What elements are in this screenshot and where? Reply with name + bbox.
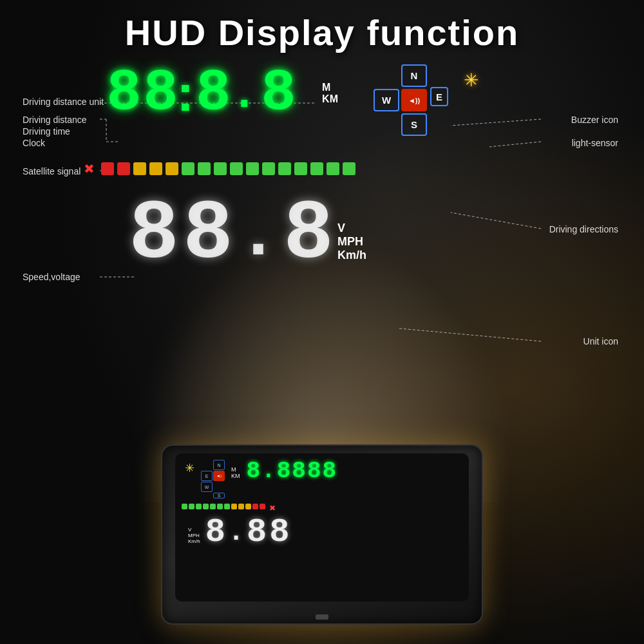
dsb-5: [210, 504, 216, 509]
green-dot: .: [232, 71, 256, 116]
signal-bar-5: [166, 162, 178, 175]
unit-kmh: Km/h: [337, 249, 366, 262]
dcm-n: N: [213, 460, 225, 470]
signal-bar-3: [133, 162, 146, 175]
main-title: HUD Display function: [0, 12, 644, 53]
device-compass-mini: N E ◄) W S: [201, 460, 225, 498]
dg-6: 8: [323, 460, 337, 483]
speed-display: 8 8 . 8 V MPH Km/h: [129, 193, 366, 277]
dcm-e: E: [201, 471, 213, 481]
dsb-1: [182, 504, 187, 509]
unit-m: M: [322, 82, 338, 93]
dcm-empty-1: [201, 460, 213, 470]
signal-bar-7: [198, 162, 211, 175]
signal-bar-10: [246, 162, 259, 175]
green-display: 8 8 : 8 . 8 M KM: [84, 52, 316, 135]
device-speed-unit-v: V MPH Km/h: [188, 527, 200, 544]
dsb-10: [245, 504, 251, 509]
unit-km: KM: [322, 93, 338, 105]
dsb-12: [260, 504, 265, 509]
ds-2: 8: [247, 516, 267, 549]
device-unit-small: M KM: [231, 466, 240, 479]
device-sat-x: ✖: [269, 504, 276, 513]
compass-empty-1: [374, 64, 399, 87]
compass-n: N: [401, 64, 427, 87]
compass-s: S: [401, 113, 427, 136]
label-driving-directions: Driving directions: [549, 224, 618, 234]
dcm-s: S: [213, 493, 225, 498]
compass-w: W: [374, 89, 399, 111]
unit-mph: MPH: [337, 235, 366, 249]
ds-1: 8: [205, 516, 225, 549]
signal-bar-4: [149, 162, 162, 175]
speed-dot: .: [237, 195, 279, 276]
label-light-sensor: light-sensor: [572, 138, 618, 148]
dg-3: 8: [277, 460, 291, 483]
dsu-kmh: Km/h: [188, 538, 200, 544]
green-digit-4: 8: [261, 64, 292, 122]
dg-2: .: [261, 460, 276, 483]
signal-bar-6: [182, 162, 194, 175]
label-driving-distance: Driving distance: [23, 115, 87, 125]
dsb-4: [203, 504, 209, 509]
compass-grid: N W ◄)) S: [374, 64, 438, 136]
dsb-3: [196, 504, 202, 509]
signal-bar-1: [101, 162, 114, 175]
dsb-8: [231, 504, 237, 509]
speed-digit-2: 8: [183, 193, 233, 277]
dsb-2: [189, 504, 194, 509]
signal-bar-15: [327, 162, 339, 175]
label-unit-icon: Unit icon: [583, 336, 618, 346]
dcm-empty-3: [201, 493, 213, 498]
green-colon: :: [177, 64, 194, 123]
dcm-w: W: [201, 482, 213, 492]
signal-bar-2: [117, 162, 130, 175]
ds-dot: .: [228, 517, 244, 548]
signal-bar-8: [214, 162, 227, 175]
hud-device: ✳ N E ◄) W S M KM 8 . 8 8: [161, 444, 483, 625]
satellite-x-icon: ✖: [84, 161, 95, 176]
compass-speaker: ◄)): [401, 89, 427, 111]
signal-bar-14: [310, 162, 323, 175]
dcm-empty-2: [213, 482, 225, 492]
light-sensor-icon: ✳: [464, 70, 489, 95]
label-satellite-signal: Satellite signal: [23, 166, 80, 176]
dsb-6: [217, 504, 223, 509]
device-top-row: ✳ N E ◄) W S M KM 8 . 8 8: [175, 453, 469, 502]
dsu-v: V: [188, 527, 200, 533]
dsb-11: [252, 504, 258, 509]
compass-area: N W ◄)) S E: [374, 64, 438, 135]
device-unit-m: M: [231, 466, 240, 473]
signal-bar-13: [294, 162, 307, 175]
compass-empty-2: [374, 113, 399, 136]
dsb-9: [238, 504, 244, 509]
device-sun-icon: ✳: [185, 461, 194, 475]
green-unit-labels: M KM: [322, 82, 338, 105]
usb-port: [316, 614, 328, 620]
green-digit-2: 8: [144, 64, 175, 122]
device-speed-row: V MPH Km/h 8 . 8 8: [175, 515, 469, 551]
label-buzzer-icon: Buzzer icon: [571, 115, 618, 125]
dg-4: 8: [292, 460, 306, 483]
device-unit-km: KM: [231, 473, 240, 479]
device-signal-row: ✖: [175, 502, 469, 515]
device-green-digits: 8 . 8 8 8 8: [247, 460, 337, 483]
signal-bar-16: [343, 162, 355, 175]
speed-digit-3: 8: [283, 193, 334, 277]
sun-icon: ✳: [464, 70, 478, 91]
label-speed-voltage: Speed,voltage: [23, 272, 80, 282]
compass-e: E: [430, 87, 448, 106]
dsb-7: [224, 504, 230, 509]
ds-3: 8: [269, 516, 289, 549]
dcm-speaker: ◄): [213, 471, 225, 481]
speed-units: V MPH Km/h: [337, 222, 366, 262]
dsu-mph: MPH: [188, 533, 200, 538]
dg-1: 8: [247, 460, 261, 483]
green-digit-1: 8: [107, 64, 138, 122]
label-clock: Clock: [23, 138, 45, 148]
signal-bar-12: [278, 162, 291, 175]
green-digit-3: 8: [196, 64, 227, 122]
signal-bar-9: [230, 162, 243, 175]
dg-5: 8: [307, 460, 321, 483]
speed-digit-1: 8: [129, 193, 179, 277]
